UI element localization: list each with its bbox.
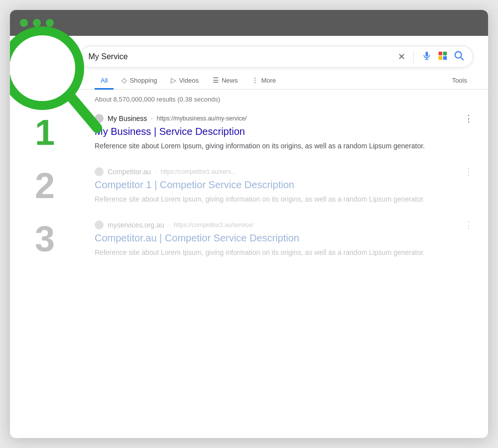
svg-rect-7 [439, 56, 443, 60]
tools-button[interactable]: Tools [446, 73, 473, 88]
title-bar [10, 10, 488, 36]
result-2-site-name: Competitor.au [108, 168, 151, 176]
browser-window: Google My Service ✕ [10, 10, 488, 438]
search-bar-icons: ✕ [398, 50, 465, 64]
result-2-meta: Competitor.au · https://competitor1.au/s… [95, 166, 473, 177]
divider [413, 51, 414, 63]
search-submit-button[interactable] [454, 50, 465, 64]
tab-videos[interactable]: ▷ Videos [165, 72, 205, 90]
traffic-light-green[interactable] [46, 19, 54, 27]
logo-e: e [63, 49, 70, 64]
tab-all-label: All [101, 77, 108, 84]
logo-g: G [25, 49, 35, 64]
shopping-icon: ◇ [122, 76, 127, 84]
result-1-meta: My Business · https://mybusiness.au/my-s… [95, 113, 473, 124]
result-1-menu-icon[interactable]: ⋮ [464, 113, 473, 124]
result-2-title[interactable]: Competitor 1 | Competior Service Descrip… [95, 179, 473, 191]
more-icon: ⋮ [251, 76, 258, 84]
result-2-menu-icon[interactable]: ⋮ [464, 166, 473, 177]
rank-number-3: 3 [35, 221, 55, 257]
result-1-dot: · [151, 115, 152, 122]
result-2-url[interactable]: https://competitor1.au/serv... [161, 168, 236, 175]
mic-icon[interactable] [422, 51, 432, 63]
rank-number-1: 1 [35, 114, 55, 150]
tab-videos-label: Videos [179, 77, 199, 84]
tab-shopping-label: Shopping [129, 77, 157, 84]
svg-line-10 [461, 57, 463, 60]
result-3-description: Reference site about Lorem Ipsum, giving… [95, 247, 473, 258]
results-count: About 8,570,000,000 results (0.38 second… [95, 96, 473, 103]
result-3-menu-icon[interactable]: ⋮ [464, 220, 473, 230]
result-2-dot: · [155, 168, 156, 175]
tab-news-label: News [222, 77, 238, 84]
result-3-dot: · [168, 222, 170, 228]
tab-all[interactable]: All [95, 73, 114, 90]
logo-o2: o [43, 49, 51, 64]
search-result-3: 3 myservices.org.au · https://competitor… [95, 220, 473, 258]
result-3-url[interactable]: https://competitor2.au/service/ [174, 222, 253, 228]
result-3-site-name: myservices.org.au [108, 221, 164, 229]
search-result-2: 2 Competitor.au · https://competitor1.au… [95, 166, 473, 205]
videos-icon: ▷ [171, 76, 176, 84]
logo-l: l [59, 49, 63, 64]
result-3-favicon [95, 221, 104, 229]
results-area: About 8,570,000,000 results (0.38 second… [10, 90, 488, 288]
logo-o1: o [35, 49, 43, 64]
search-header: Google My Service ✕ [10, 36, 488, 68]
nav-tabs: All ◇ Shopping ▷ Videos ☰ News ⋮ More To… [10, 68, 488, 90]
svg-rect-5 [439, 51, 443, 55]
svg-rect-8 [443, 56, 447, 60]
browser-content: Google My Service ✕ [10, 36, 488, 288]
result-3-title[interactable]: Competitor.au | Competior Service Descri… [95, 232, 473, 244]
result-1-favicon [95, 114, 104, 123]
result-1-url[interactable]: https://mybusiness.au/my-service/ [157, 115, 247, 122]
news-icon: ☰ [213, 76, 219, 84]
rank-number-2: 2 [35, 168, 55, 204]
tab-more-label: More [261, 77, 276, 84]
svg-rect-6 [443, 51, 447, 55]
result-1-description: Reference site about Lorem Ipsum, giving… [95, 140, 473, 151]
result-2-favicon [95, 167, 104, 176]
tab-news[interactable]: ☰ News [207, 72, 244, 90]
tab-shopping[interactable]: ◇ Shopping [116, 72, 163, 90]
clear-search-button[interactable]: ✕ [398, 51, 405, 62]
logo-g2: g [51, 49, 59, 64]
search-input[interactable]: My Service [88, 52, 398, 61]
svg-rect-2 [426, 51, 428, 56]
traffic-light-red[interactable] [20, 19, 28, 27]
traffic-light-yellow[interactable] [33, 19, 41, 27]
result-3-meta: myservices.org.au · https://competitor2.… [95, 220, 473, 230]
tab-more[interactable]: ⋮ More [246, 72, 282, 90]
result-1-title[interactable]: My Business | Service Description [95, 126, 473, 137]
result-1-site-name: My Business [108, 114, 147, 122]
google-logo: Google [25, 49, 70, 65]
search-result-1: 1 My Business · https://mybusiness.au/my… [95, 113, 473, 151]
result-2-description: Reference site about Lorem Ipsum, giving… [95, 194, 473, 205]
lens-icon[interactable] [438, 51, 448, 63]
search-bar[interactable]: My Service ✕ [80, 46, 473, 68]
